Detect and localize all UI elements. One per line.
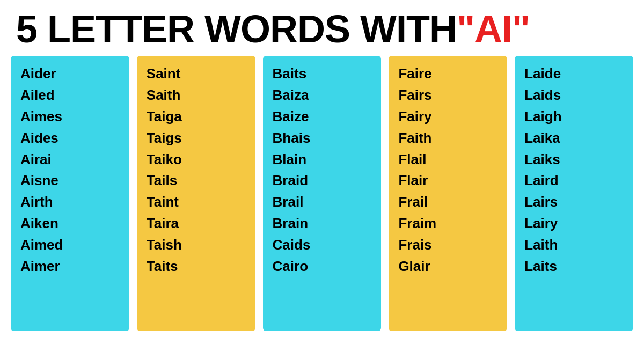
- word-item: Taigs: [147, 129, 246, 148]
- word-item: Laika: [524, 129, 624, 148]
- word-item: Baiza: [273, 86, 372, 105]
- word-item: Taint: [147, 193, 246, 212]
- word-item: Fraim: [398, 214, 497, 233]
- word-item: Fairs: [398, 86, 497, 105]
- word-item: Laiks: [524, 150, 624, 170]
- word-item: Frail: [398, 193, 497, 212]
- word-item: Aimed: [20, 236, 120, 255]
- word-item: Taish: [147, 236, 246, 255]
- word-item: Bhais: [273, 129, 372, 148]
- word-item: Taiko: [147, 150, 246, 170]
- word-item: Faire: [398, 64, 497, 84]
- header-main-text: 5 LETTER WORDS WITH: [16, 10, 457, 48]
- word-item: Fairy: [398, 107, 497, 127]
- word-item: Laird: [524, 171, 624, 191]
- word-item: Lairy: [524, 214, 624, 233]
- word-item: Flail: [398, 150, 497, 170]
- word-item: Blain: [273, 150, 372, 170]
- word-item: Taiga: [147, 107, 246, 127]
- word-item: Baize: [273, 107, 372, 127]
- word-column-3: BaitsBaizaBaizeBhaisBlainBraidBrailBrain…: [263, 56, 382, 331]
- word-column-5: LaideLaidsLaighLaikaLaiksLairdLairsLairy…: [515, 56, 633, 331]
- word-item: Baits: [273, 64, 372, 84]
- word-item: Airai: [20, 150, 120, 170]
- word-item: Aides: [20, 129, 120, 148]
- word-item: Taits: [147, 257, 246, 276]
- word-item: Airth: [20, 193, 120, 212]
- word-item: Aisne: [20, 171, 120, 191]
- word-column-4: FaireFairsFairyFaithFlailFlairFrailFraim…: [389, 56, 507, 331]
- word-item: Saith: [147, 86, 246, 105]
- word-item: Brain: [273, 214, 372, 233]
- word-item: Aimer: [20, 257, 120, 276]
- word-item: Aiken: [20, 214, 120, 233]
- word-column-2: SaintSaithTaigaTaigsTaikoTailsTaintTaira…: [137, 56, 255, 331]
- page-header: 5 LETTER WORDS WITH "AI": [0, 0, 644, 56]
- word-item: Faith: [398, 129, 497, 148]
- header-highlight-text: "AI": [457, 10, 530, 48]
- word-item: Frais: [398, 236, 497, 255]
- word-item: Aider: [20, 64, 120, 84]
- word-item: Brail: [273, 193, 372, 212]
- word-item: Braid: [273, 171, 372, 191]
- word-item: Laids: [524, 86, 624, 105]
- word-column-1: AiderAiledAimesAidesAiraiAisneAirthAiken…: [11, 56, 129, 331]
- word-item: Laits: [524, 257, 624, 276]
- word-item: Laide: [524, 64, 624, 84]
- word-columns-container: AiderAiledAimesAidesAiraiAisneAirthAiken…: [0, 56, 644, 331]
- word-item: Taira: [147, 214, 246, 233]
- word-item: Ailed: [20, 86, 120, 105]
- word-item: Flair: [398, 171, 497, 191]
- word-item: Lairs: [524, 193, 624, 212]
- word-item: Laigh: [524, 107, 624, 127]
- word-item: Glair: [398, 257, 497, 276]
- word-item: Laith: [524, 236, 624, 255]
- word-item: Cairo: [273, 257, 372, 276]
- word-item: Aimes: [20, 107, 120, 127]
- word-item: Saint: [147, 64, 246, 84]
- word-item: Tails: [147, 171, 246, 191]
- word-item: Caids: [273, 236, 372, 255]
